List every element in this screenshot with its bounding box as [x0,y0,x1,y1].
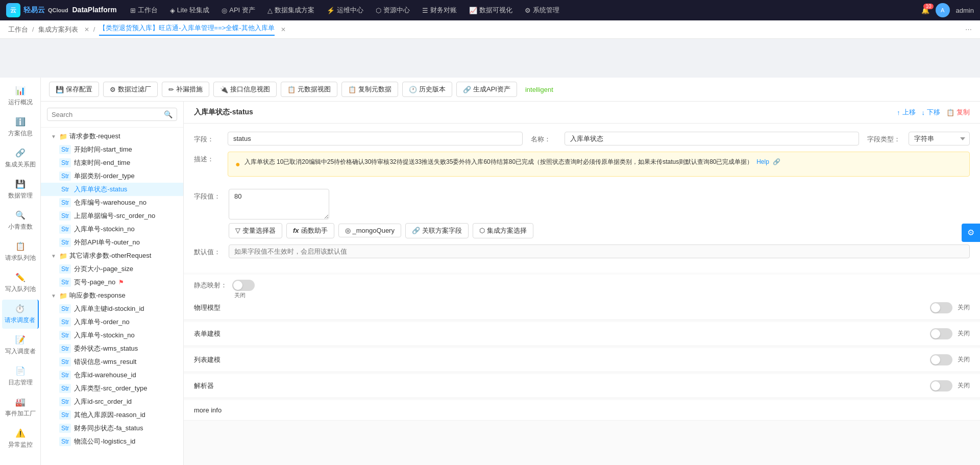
toggle-switch[interactable]: 关闭 [232,280,255,291]
copy-button[interactable]: 📋 复制 [946,108,970,117]
nav-item-ops[interactable]: ⚡ 运维中心 [322,4,369,17]
nav-item-finance[interactable]: ☰ 财务对账 [417,4,462,17]
tree-node-warehouse-id[interactable]: Str 仓库id-warehouse_id [41,369,183,382]
form-toggle[interactable] [930,328,952,339]
more-info-header[interactable]: more info [184,400,980,421]
admin-name[interactable]: admin [956,7,974,14]
sidebar-item-relations[interactable]: 🔗 集成关系图 [2,144,39,173]
nav-item-visual[interactable]: 📈 数据可视化 [464,4,518,17]
variable-selector-button[interactable]: ▽ 变量选择器 [229,223,282,238]
tree-node-end-time[interactable]: Str 结束时间-end_time [41,156,183,169]
sidebar-item-request-scheduler[interactable]: ⏱️ 请求调度者 [2,300,39,329]
search-icon[interactable]: 🔍 [164,110,173,118]
physical-model-header[interactable]: 物理模型 关闭 [184,296,980,320]
tree-node-warehouse-no[interactable]: Str 仓库编号-warehouse_no [41,196,183,209]
gear-fab[interactable]: ⚙ [962,224,980,242]
breadcrumb-more-icon[interactable]: ⋯ [965,26,972,33]
copy-meta-button[interactable]: 📋 复制元数据 [341,82,398,97]
tree-arrow-request[interactable]: ▼ [51,134,56,139]
help-link[interactable]: Help [756,158,769,165]
type-select[interactable]: 字符串 整数 浮点数 布尔 日期 数组 对象 [909,132,970,145]
tree-node-src-order-id[interactable]: Str 入库id-src_order_id [41,395,183,408]
related-field-button[interactable]: 🔗 关联方案字段 [405,223,469,238]
avatar[interactable]: A [936,3,950,17]
breadcrumb-current-close[interactable]: ✕ [281,26,286,33]
tree-node-page-no[interactable]: Str 页号-page_no ⚑ [41,276,183,289]
sidebar-item-overview[interactable]: 📊 运行概况 [2,82,39,111]
tree-node-stockin-no2[interactable]: Str 入库单号-stockin_no [41,329,183,342]
tree-node-outer-no[interactable]: Str 外部API单号-outer_no [41,236,183,249]
tree-node-order-type[interactable]: Str 单据类别-order_type [41,169,183,183]
name-input[interactable] [565,132,860,145]
nav-item-lite[interactable]: ◈ Lite 轻集成 [165,4,215,17]
tree-node-request[interactable]: ▼ 📁 请求参数-request [41,130,183,143]
tree-node-wms-status[interactable]: Str 委外状态-wms_status [41,342,183,355]
supplement-button[interactable]: ✏ 补漏措施 [162,82,209,97]
tree-node-fa-status[interactable]: Str 财务同步状态-fa_status [41,422,183,435]
search-input[interactable] [52,111,161,118]
gen-api-button[interactable]: 🔗 生成API资产 [456,82,517,97]
sidebar-item-data[interactable]: 💾 数据管理 [2,175,39,204]
function-helper-button[interactable]: fx 函数助手 [286,223,334,238]
tree-node-src-order-no[interactable]: Str 上层单据编号-src_order_no [41,209,183,223]
sidebar-item-monitor[interactable]: ⚠️ 异常监控 [2,424,39,453]
field-value-input[interactable]: 80 [229,189,329,219]
integration-select-button[interactable]: ⬡ 集成方案选择 [473,223,533,238]
field-value-row: 字段值： 80 ▽ 变量选择器 fx 函数助手 [194,189,970,238]
intelligent-button[interactable]: intelligent [521,83,557,96]
tree-node-other-request[interactable]: ▼ 📁 其它请求参数-otherRequest [41,249,183,262]
list-toggle[interactable] [930,354,952,365]
save-config-button[interactable]: 💾 保存配置 [49,82,99,97]
parser-header[interactable]: 解析器 关闭 [184,374,980,398]
tree-node-stockin-no[interactable]: Str 入库单号-stockin_no [41,223,183,236]
tree-node-status[interactable]: Str 入库单状态-status [41,183,183,196]
tree-search-area: 🔍 [41,102,183,128]
history-icon: 🕐 [409,86,417,93]
tree-node-reason-id[interactable]: Str 其他入库原因-reason_id [41,408,183,422]
sidebar-item-request-queue[interactable]: 📋 请求队列池 [2,237,39,266]
field-input[interactable] [228,132,523,145]
breadcrumb-list[interactable]: 集成方案列表 [38,25,78,34]
tree-arrow-response[interactable]: ▼ [51,293,56,299]
sidebar-item-logs[interactable]: 📄 日志管理 [2,362,39,391]
breadcrumb-current[interactable]: 【类型退货预入库】旺店通-入库单管理==>全蝶-其他入库单 [99,23,274,36]
tree-node-response[interactable]: ▼ 📁 响应参数-response [41,289,183,302]
sidebar-item-write-scheduler[interactable]: 📝 写入调度者 [2,331,39,360]
meta-view-button[interactable]: 📋 元数据视图 [281,82,337,97]
static-mapping-toggle[interactable]: 关闭 [232,280,255,291]
nav-item-system[interactable]: ⚙ 系统管理 [520,4,565,17]
form-model-header[interactable]: 表单建模 关闭 [184,322,980,346]
sidebar-item-write-queue[interactable]: ✏️ 写入队列池 [2,268,39,298]
move-up-button[interactable]: ↑ 上移 [897,108,916,117]
sidebar-item-query[interactable]: 🔍 小青查数 [2,206,39,235]
tree-node-src-order-type[interactable]: Str 入库类型-src_order_type [41,382,183,395]
tree-arrow-other[interactable]: ▼ [51,253,56,259]
tree-node-start-time[interactable]: Str 开始时间-start_time [41,143,183,156]
breadcrumb-list-close[interactable]: ✕ [84,26,89,33]
notification-bell[interactable]: 🔔 10 [921,7,929,14]
parser-toggle[interactable] [930,380,952,391]
tree-node-wms-result[interactable]: Str 错误信息-wms_result [41,355,183,369]
default-input[interactable] [229,244,970,258]
nav-item-api[interactable]: ◎ API 资产 [216,4,260,17]
breadcrumb-workbench[interactable]: 工作台 [8,25,28,34]
tree-node-logistics-id[interactable]: Str 物流公司-logistics_id [41,435,183,448]
mongo-query-button[interactable]: ◎ _mongoQuery [338,224,401,237]
tree-node-order-no[interactable]: Str 入库单号-order_no [41,315,183,329]
nav-item-data[interactable]: △ 数据集成方案 [262,4,320,17]
nav-item-resource[interactable]: ⬡ 资源中心 [371,4,415,17]
detail-header: 入库单状态-status ↑ 上移 ↓ 下移 📋 复制 [184,102,980,124]
sidebar-item-factory[interactable]: 🏭 事件加工厂 [2,393,39,422]
nav-item-workbench[interactable]: ⊞ 工作台 [125,4,163,17]
physical-toggle[interactable] [930,302,952,313]
tree-node-page-size[interactable]: Str 分页大小-page_size [41,262,183,276]
logo[interactable]: 云 轻易云 QCloud DataPlatform [6,3,117,17]
tree-node-stockin-id[interactable]: Str 入库单主键id-stockin_id [41,302,183,315]
list-model-header[interactable]: 列表建模 关闭 [184,348,980,372]
move-down-button[interactable]: ↓ 下移 [922,108,941,117]
history-button[interactable]: 🕐 历史版本 [402,82,452,97]
sidebar-item-info[interactable]: ℹ️ 方案信息 [2,113,39,142]
function-icon: fx [293,227,299,234]
data-filter-button[interactable]: ⚙ 数据过滤厂 [103,82,158,97]
interface-view-button[interactable]: 🔌 接口信息视图 [213,82,277,97]
